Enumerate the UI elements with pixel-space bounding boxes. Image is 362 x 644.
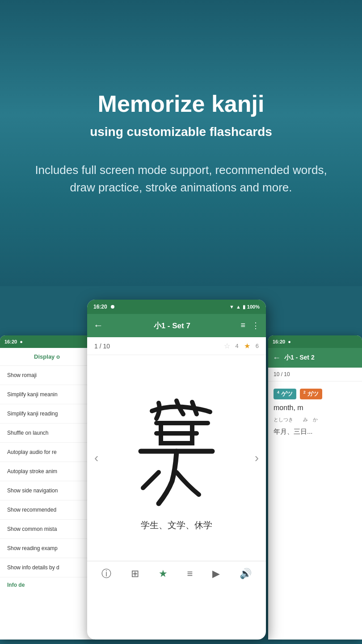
star-filled-count: 6 — [256, 343, 259, 349]
right-meaning: month, m — [274, 404, 357, 412]
screenshots-area: 16:20 ● Display o Show romaji Simplify k… — [0, 286, 362, 644]
right-back-button[interactable]: ← — [273, 353, 281, 363]
play-nav-icon[interactable]: ▶ — [212, 568, 220, 580]
right-statusbar: 16:20 ● — [268, 335, 362, 348]
battery-percent: 100% — [247, 304, 260, 309]
settings-header: Display o — [0, 348, 94, 366]
hero-section: Memorize kanji using customizable flashc… — [0, 0, 362, 286]
center-toolbar-title: 小1 - Set 7 — [109, 321, 235, 331]
star-nav-icon[interactable]: ★ — [159, 568, 168, 580]
tag-gatsu-num: 2 — [303, 390, 306, 394]
prev-card-button[interactable]: ‹ — [94, 451, 98, 465]
kanji-svg — [118, 385, 235, 519]
flashcard-content: ‹ — [87, 355, 266, 561]
settings-item-simplify-reading[interactable]: Simplify kanji reading — [0, 404, 94, 424]
card-stars: ☆ 4 ★ 6 — [224, 342, 259, 350]
right-card-content: 4 ゲツ 2 ガツ month, m としつき み か 年月、三日... — [268, 381, 362, 443]
right-toolbar: ← 小1 - Set 2 — [268, 348, 362, 368]
right-toolbar-title: 小1 - Set 2 — [284, 354, 358, 362]
hero-description: Includes full screen mode support, recom… — [27, 161, 335, 196]
settings-footer: Info de — [0, 577, 94, 593]
phone-right: 16:20 ● ← 小1 - Set 2 10 / 10 4 ゲツ 2 ガツ m… — [268, 335, 362, 640]
kanji-examples: 学生、文学、休学 — [132, 519, 221, 531]
left-statusbar-time: 16:20 — [4, 339, 17, 344]
hero-title: Memorize kanji — [98, 90, 265, 118]
phone-center: 16:20 ▼ ▲ ▮ 100% ← 小1 - Set 7 ≡ ⋮ 1 / 10… — [87, 300, 266, 640]
settings-item-info-details[interactable]: Show info details by d — [0, 558, 94, 577]
right-statusbar-dot: ● — [288, 339, 291, 344]
info-nav-icon[interactable]: ⓘ — [101, 567, 111, 580]
wifi-icon: ▼ — [229, 304, 234, 309]
flashcard-meta: 1 / 10 ☆ 4 ★ 6 — [87, 337, 266, 355]
settings-item-recommended[interactable]: Show recommended — [0, 500, 94, 520]
kanji-display — [118, 385, 235, 519]
right-statusbar-time: 16:20 — [273, 339, 285, 344]
phone-left-statusbar: 16:20 ● — [0, 335, 94, 348]
settings-item-side-nav[interactable]: Show side navigation — [0, 481, 94, 500]
settings-panel: Display o Show romaji Simplify kanji mea… — [0, 348, 94, 593]
settings-item-romaji[interactable]: Show romaji — [0, 366, 94, 385]
tag-getsu: 4 ゲツ — [274, 389, 296, 399]
list-icon[interactable]: ≡ — [240, 321, 245, 330]
right-reading-main: 年月、三日... — [274, 428, 357, 436]
battery-icon: ▮ — [243, 304, 245, 310]
star-filled-icon: ★ — [244, 342, 250, 350]
tag-gatsu-label: ガツ — [307, 390, 319, 397]
next-card-button[interactable]: › — [255, 451, 259, 465]
phone-left: 16:20 ● Display o Show romaji Simplify k… — [0, 335, 94, 640]
center-toolbar: ← 小1 - Set 7 ≡ ⋮ — [87, 314, 266, 337]
left-statusbar-dot: ● — [20, 339, 23, 344]
back-button[interactable]: ← — [93, 320, 103, 331]
tag-gatsu: 2 ガツ — [300, 389, 323, 399]
settings-item-autoplay-audio[interactable]: Autoplay audio for re — [0, 443, 94, 462]
grid-nav-icon[interactable]: ⊞ — [131, 568, 139, 580]
right-card-meta: 10 / 10 — [268, 368, 362, 381]
settings-item-autoplay-stroke[interactable]: Autoplay stroke anim — [0, 462, 94, 481]
toolbar-icons: ≡ ⋮ — [240, 321, 260, 330]
settings-item-simplify-meaning[interactable]: Simplify kanji meanin — [0, 385, 94, 404]
star-empty-count: 4 — [236, 343, 239, 349]
list-nav-icon[interactable]: ≡ — [187, 568, 193, 580]
hero-subtitle: using customizable flashcards — [90, 125, 272, 139]
center-statusbar: 16:20 ▼ ▲ ▮ 100% — [87, 300, 266, 314]
tag-getsu-num: 4 — [277, 390, 279, 394]
center-statusbar-dot — [111, 305, 114, 309]
signal-icon: ▲ — [236, 304, 241, 309]
menu-icon[interactable]: ⋮ — [252, 321, 260, 330]
card-count: 1 / 10 — [94, 343, 110, 350]
tag-row: 4 ゲツ 2 ガツ — [274, 389, 357, 399]
star-empty-icon: ☆ — [224, 342, 230, 350]
settings-item-common-mistakes[interactable]: Show common mista — [0, 520, 94, 539]
tag-getsu-label: ゲツ — [281, 390, 293, 397]
center-signal-icons: ▼ ▲ ▮ 100% — [229, 304, 260, 310]
audio-nav-icon[interactable]: 🔊 — [240, 568, 252, 580]
bottom-nav: ⓘ ⊞ ★ ≡ ▶ 🔊 — [87, 561, 266, 586]
settings-item-shuffle[interactable]: Shuffle on launch — [0, 424, 94, 443]
center-statusbar-time: 16:20 — [93, 304, 107, 310]
right-reading-small: としつき み か — [274, 416, 357, 423]
settings-item-reading-examples[interactable]: Show reading examp — [0, 539, 94, 558]
